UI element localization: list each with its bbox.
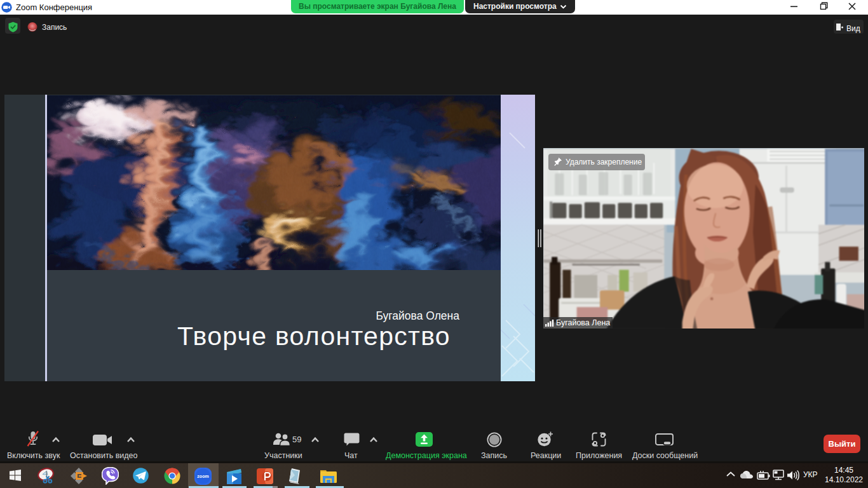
svg-text:zoom: zoom — [197, 474, 208, 478]
